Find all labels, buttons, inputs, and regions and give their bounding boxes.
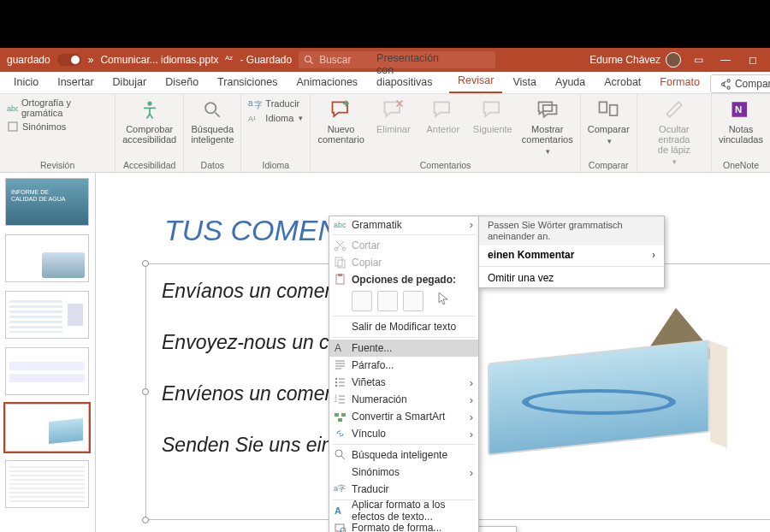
- svg-text:A: A: [335, 342, 341, 354]
- ctx-font[interactable]: AFuente...: [329, 340, 478, 357]
- group-onenote-label: OneNote: [719, 158, 763, 170]
- resize-handle[interactable]: [142, 388, 149, 395]
- text-line[interactable]: Envíenos un comento: [162, 382, 352, 405]
- book-icon: [7, 121, 19, 133]
- tab-revisar[interactable]: Revisar: [449, 70, 502, 93]
- minimize-icon[interactable]: —: [715, 54, 736, 66]
- tab-insertar[interactable]: Insertar: [49, 72, 102, 93]
- group-idioma-label: Idioma: [248, 158, 303, 170]
- slide-thumbnails[interactable]: INFORME DE CALIDAD DE AGUA: [0, 173, 96, 532]
- grammar-skip[interactable]: Omitir una vez: [479, 269, 664, 287]
- format-shape-icon: [334, 521, 346, 532]
- ctx-format-shape[interactable]: Formato de forma...: [329, 519, 478, 532]
- autosave-toggle[interactable]: [57, 54, 81, 66]
- svg-point-5: [205, 103, 216, 113]
- svg-point-0: [305, 56, 311, 62]
- smart-lookup-button[interactable]: Búsqueda inteligente: [191, 98, 234, 145]
- language-button[interactable]: A¹Idioma: [248, 112, 303, 124]
- ctx-bullets[interactable]: Viñetas: [329, 374, 478, 391]
- text-effects-icon: A: [334, 504, 346, 517]
- share-icon: [720, 79, 731, 90]
- mic-icon: ᴬᶻ: [225, 54, 233, 66]
- tab-acrobat[interactable]: Acrobat: [595, 72, 649, 93]
- maximize-icon[interactable]: ◻: [743, 54, 763, 66]
- thumbnail-6[interactable]: [5, 460, 89, 508]
- text-line[interactable]: Envíanos un comento: [162, 280, 352, 303]
- svg-text:字: 字: [254, 100, 262, 109]
- delete-comment-button[interactable]: Eliminar: [373, 98, 414, 134]
- svg-point-30: [335, 450, 342, 457]
- slide-3d-image[interactable]: [479, 299, 736, 470]
- tab-vista[interactable]: Vista: [504, 72, 545, 93]
- ctx-exit-edit[interactable]: Salir de Modificar texto: [329, 318, 478, 335]
- ctx-smart-lookup[interactable]: Búsqueda inteligente: [329, 446, 478, 464]
- tab-ayuda[interactable]: Ayuda: [547, 72, 594, 93]
- ctx-smartart[interactable]: Convertir a SmartArt: [329, 408, 478, 425]
- group-access-label: Accesibilidad: [122, 158, 176, 170]
- thumbnail-2[interactable]: [5, 234, 89, 282]
- accessibility-button[interactable]: Comprobar accesibilidad: [122, 98, 176, 145]
- search-icon: [304, 55, 314, 65]
- context-menu: abcGrammatik Cortar Copiar Opciones de p…: [329, 216, 479, 532]
- thumb1-line1: INFORME DE: [11, 189, 65, 196]
- svg-text:abc: abc: [7, 104, 18, 113]
- svg-text:a: a: [248, 98, 253, 108]
- tab-formato[interactable]: Formato: [651, 72, 708, 93]
- paste-picture[interactable]: [403, 291, 424, 311]
- resize-handle[interactable]: [142, 260, 149, 267]
- ctx-copy: Copiar: [329, 254, 478, 271]
- text-line[interactable]: Envoyez-nous un con: [162, 331, 351, 354]
- clipboard-icon: [334, 273, 346, 286]
- grammar-suggestion[interactable]: einen Kommentar: [479, 245, 664, 264]
- user-account[interactable]: Edurne Chávez: [589, 52, 681, 68]
- share-button[interactable]: Compartir: [710, 74, 770, 93]
- tab-animaciones[interactable]: Animaciones: [288, 72, 367, 93]
- thumbnail-5[interactable]: [5, 404, 89, 452]
- bullets-icon: [334, 375, 346, 388]
- cut-icon: [334, 239, 346, 251]
- comment-next-icon: [481, 98, 505, 121]
- thesaurus-button[interactable]: Sinónimos: [7, 121, 108, 133]
- svg-text:a字: a字: [334, 484, 346, 493]
- svg-point-24: [335, 385, 337, 387]
- paste-text-only[interactable]: [377, 291, 398, 311]
- tab-transiciones[interactable]: Transiciones: [209, 72, 286, 93]
- show-comments-button[interactable]: Mostrar comentarios: [522, 98, 573, 156]
- resize-handle[interactable]: [142, 517, 149, 523]
- compare-button[interactable]: Comparar: [588, 98, 630, 145]
- language-icon: A¹: [248, 112, 262, 124]
- tab-presentacion[interactable]: Presentación con diapositivas: [368, 48, 447, 93]
- thumbnail-3[interactable]: [5, 291, 89, 339]
- comment-prev-icon: [431, 98, 455, 121]
- hide-ink-button[interactable]: Ocultar entrada de lápiz: [644, 98, 704, 166]
- onenote-button[interactable]: NNotas vinculadas: [719, 98, 763, 145]
- tab-diseno[interactable]: Diseño: [157, 72, 207, 93]
- ctx-translate[interactable]: a字Traducir: [329, 481, 478, 498]
- ctx-synonyms[interactable]: Sinónimos: [329, 464, 478, 481]
- comment-new-icon: [329, 98, 353, 121]
- filename[interactable]: Comunicar... idiomas.pptx: [100, 54, 218, 66]
- ctx-link[interactable]: Vínculo: [329, 425, 478, 442]
- thumbnail-4[interactable]: [5, 347, 89, 395]
- lightbulb-search-icon: [200, 98, 224, 121]
- tab-dibujar[interactable]: Dibujar: [104, 72, 156, 93]
- text-line[interactable]: Senden Sie uns eine: [162, 434, 343, 457]
- translate-button[interactable]: a字Traducir: [248, 98, 303, 109]
- paste-keep-source[interactable]: [352, 291, 372, 311]
- svg-rect-11: [610, 105, 618, 115]
- svg-rect-29: [338, 418, 342, 422]
- ribbon-display-icon[interactable]: ▭: [688, 54, 708, 66]
- ctx-paragraph[interactable]: Párrafo...: [329, 357, 478, 374]
- prev-comment-button[interactable]: Anterior: [423, 98, 464, 134]
- ctx-text-effects[interactable]: AAplicar formato a los efectos de texto.…: [329, 502, 478, 519]
- next-comment-button[interactable]: Siguiente: [472, 98, 513, 134]
- ctx-grammar[interactable]: abcGrammatik: [329, 216, 478, 233]
- svg-line-1: [311, 62, 313, 64]
- spelling-button[interactable]: abcOrtografía y gramática: [7, 98, 108, 118]
- ctx-numbering[interactable]: 12Numeración: [329, 391, 478, 408]
- group-comments-label: Comentarios: [317, 158, 572, 170]
- search-placeholder: Buscar: [319, 54, 351, 66]
- tab-inicio[interactable]: Inicio: [5, 72, 47, 93]
- new-comment-button[interactable]: Nuevo comentario: [317, 98, 364, 145]
- thumbnail-1[interactable]: INFORME DE CALIDAD DE AGUA: [5, 178, 89, 226]
